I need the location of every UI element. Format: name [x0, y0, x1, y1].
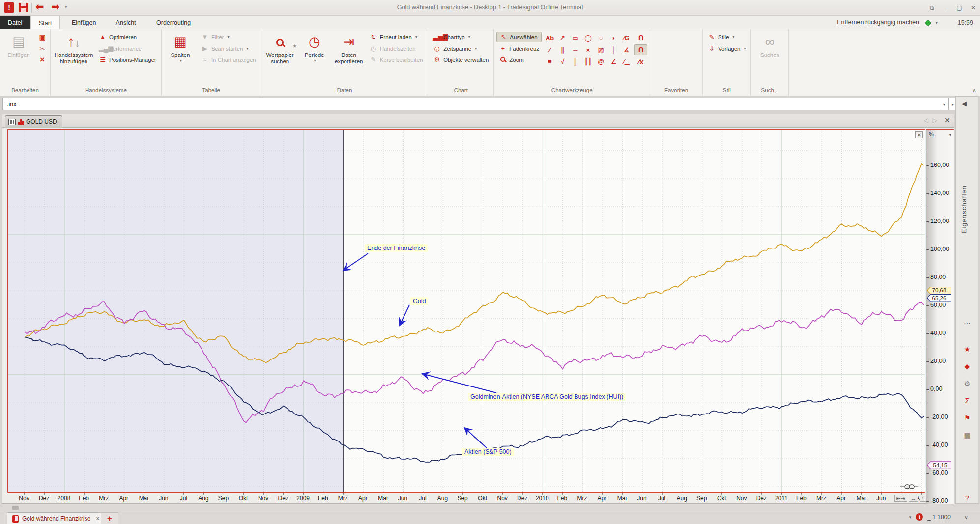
- select-button[interactable]: ↖Auswählen: [496, 32, 542, 42]
- search-security-button[interactable]: ★Wertpapiersuchen: [264, 31, 296, 76]
- chart-pan-controls[interactable]: ⇤⇥↔≈: [894, 495, 926, 502]
- columns-button[interactable]: ▦Spalten▾: [164, 31, 197, 76]
- undo-remove-link[interactable]: Entfernen rückgängig machen: [837, 19, 919, 26]
- positions-manager-button[interactable]: ☰Positions-Manager: [96, 55, 159, 65]
- cut-icon[interactable]: ✂: [37, 44, 48, 54]
- ribbon-collapse-icon[interactable]: ∧: [972, 87, 976, 94]
- sum-icon[interactable]: Σ: [956, 397, 979, 405]
- templates-button[interactable]: ⇩Vorlagen▾: [705, 43, 748, 54]
- subchart-close-icon[interactable]: ✕: [915, 131, 923, 138]
- circle-tool-icon[interactable]: ○: [595, 32, 607, 44]
- gann-tool-icon[interactable]: ∕G: [620, 32, 633, 44]
- panel-icon[interactable]: ▦: [956, 431, 979, 439]
- formula-input[interactable]: [2, 98, 940, 110]
- annotation-label-1[interactable]: Ende der Finanzkrise: [365, 244, 428, 252]
- help-icon[interactable]: ?: [956, 494, 979, 502]
- y-axis-percent-scale[interactable]: % ▼ 160,00140,00120,00100,0080,0060,0040…: [926, 129, 954, 504]
- chart-window-close-icon[interactable]: ✕: [944, 116, 950, 124]
- edit-quotes-button[interactable]: ✎Kurse bearbeiten: [367, 55, 426, 65]
- pan-left-right-icon[interactable]: ⇤⇥: [894, 495, 907, 502]
- minimize-icon[interactable]: –: [940, 3, 951, 12]
- menu-tab-datei[interactable]: Datei: [0, 16, 30, 29]
- maximize-icon[interactable]: ▢: [953, 3, 965, 12]
- restore-panel-icon[interactable]: ⧉: [926, 3, 938, 12]
- annotation-label-2[interactable]: Gold: [410, 297, 428, 305]
- spiral-tool-icon[interactable]: @: [595, 56, 607, 67]
- flag-icon[interactable]: ⚑: [956, 414, 979, 422]
- menu-tab-orderrouting[interactable]: Orderrouting: [148, 16, 199, 29]
- start-scan-button[interactable]: ▶Scan starten▾: [199, 43, 259, 54]
- annotation-label-3[interactable]: Goldminen-Aktien (NYSE ARCA Gold Bugs In…: [468, 393, 626, 401]
- horizontal-scrollbar[interactable]: [0, 504, 980, 511]
- styles-button[interactable]: ✎Stile▾: [705, 32, 748, 42]
- regression-tool-icon[interactable]: ∕▁: [620, 56, 633, 67]
- reload-button[interactable]: ↻Erneut laden▾: [367, 32, 426, 42]
- chain-link-icon[interactable]: [900, 485, 918, 489]
- text-tool-icon[interactable]: Ab: [544, 32, 556, 44]
- arrow-tool-icon[interactable]: ↗: [556, 32, 569, 44]
- copy-icon[interactable]: ▣: [37, 32, 48, 42]
- vertical-line-tool-icon[interactable]: │: [607, 44, 620, 55]
- annotation-arrow[interactable]: [400, 305, 409, 326]
- annotation-arrow[interactable]: [422, 374, 496, 393]
- timespan-button[interactable]: ◵Zeitspanne▾: [431, 43, 491, 54]
- rectangle-tool-icon[interactable]: ▭: [569, 32, 581, 44]
- angle-tool-icon[interactable]: ∠: [607, 56, 620, 67]
- chart-plot-area[interactable]: ✕ Ende der FinanzkriseGoldGoldminen-Akti…: [7, 129, 925, 493]
- tab-nav-left-icon[interactable]: ◁: [924, 117, 928, 124]
- binoculars-search-button[interactable]: ∞Suchen: [753, 31, 786, 76]
- sidebar-collapse-icon[interactable]: ◀: [962, 100, 967, 107]
- annotation-label-4[interactable]: Aktien (S&P 500): [462, 448, 514, 456]
- fib-extension-tool-icon[interactable]: ┃┃: [582, 56, 594, 67]
- chart-tab-gold-usd[interactable]: GOLD USD: [5, 115, 62, 128]
- properties-title[interactable]: Eigenschaften: [960, 185, 968, 234]
- workspace-tab-close-icon[interactable]: ×: [96, 515, 99, 522]
- period-button[interactable]: ◷Periode▾: [298, 31, 331, 76]
- new-workspace-button[interactable]: +: [101, 512, 118, 524]
- chart-type-button[interactable]: ▃▅▇Charttyp▾: [431, 32, 491, 42]
- export-data-button[interactable]: ⇥Datenexportieren: [333, 31, 365, 76]
- scrollbar-handle[interactable]: [12, 506, 19, 510]
- optimize-button[interactable]: ▲Optimieren: [96, 32, 159, 42]
- filter-button[interactable]: ▼Filter▾: [199, 32, 259, 42]
- status-info-icon[interactable]: i: [916, 513, 923, 521]
- annotation-arrow[interactable]: [343, 253, 368, 271]
- crosshair-button[interactable]: +Fadenkreuz: [496, 43, 542, 54]
- delete-icon[interactable]: ×: [37, 55, 48, 65]
- x-axis[interactable]: NovDez2008FebMrzAprMaiJunJulAugSepOktNov…: [7, 494, 925, 504]
- ellipse-tool-icon[interactable]: ◯: [582, 32, 594, 44]
- fit-width-icon[interactable]: ↔: [909, 495, 918, 502]
- hatch-tool-icon[interactable]: ▨: [595, 44, 607, 55]
- semicircle-tool-icon[interactable]: ◗: [607, 32, 620, 44]
- status-chevron-icon[interactable]: ∨: [964, 514, 968, 521]
- scale-dropdown-icon[interactable]: ▼: [948, 133, 952, 137]
- formula-dropdown-icon[interactable]: ▾: [940, 98, 949, 110]
- zoom-button[interactable]: Zoom: [496, 55, 542, 65]
- horizontal-line-tool-icon[interactable]: ─: [569, 44, 581, 55]
- fib-retracement-tool-icon[interactable]: ≡: [544, 56, 556, 67]
- sqrt-scale-tool-icon[interactable]: √: [556, 56, 569, 67]
- close-icon[interactable]: ✕: [967, 3, 979, 12]
- fit-chart-icon[interactable]: ≈: [920, 495, 926, 502]
- menu-tab-start[interactable]: Start: [30, 16, 60, 29]
- trendline-tool-icon[interactable]: ∕: [544, 44, 556, 55]
- tab-nav-right-icon[interactable]: ▷: [933, 117, 937, 124]
- menu-tab-einfgen[interactable]: Einfügen: [64, 16, 104, 29]
- fib-time-zones-tool-icon[interactable]: ║: [569, 56, 581, 67]
- status-caret-icon[interactable]: ▾: [909, 515, 912, 520]
- eraser-button[interactable]: ∕x: [634, 56, 647, 67]
- magnet-button[interactable]: U: [634, 32, 647, 44]
- connection-caret-icon[interactable]: ▾: [935, 20, 938, 25]
- menu-tab-ansicht[interactable]: Ansicht: [108, 16, 144, 29]
- manage-objects-button[interactable]: ⚙Objekte verwalten: [431, 55, 491, 65]
- show-in-chart-button[interactable]: ≈In Chart anzeigen: [199, 55, 259, 65]
- parallel-lines-tool-icon[interactable]: ∥: [556, 44, 569, 55]
- paste-button[interactable]: ▤Einfügen: [2, 31, 35, 76]
- dotted-lines-icon[interactable]: ⋯: [956, 319, 979, 327]
- favorite-star-icon[interactable]: ★: [956, 345, 979, 353]
- bookmark-icon[interactable]: ◆: [956, 362, 979, 370]
- add-trading-system-button[interactable]: ↑↓Handelssystemhinzufügen: [53, 31, 94, 76]
- annotation-arrow[interactable]: [464, 428, 487, 448]
- crossed-lines-tool-icon[interactable]: ×: [582, 44, 594, 55]
- performance-button[interactable]: ▂▄▆Performance: [96, 43, 159, 54]
